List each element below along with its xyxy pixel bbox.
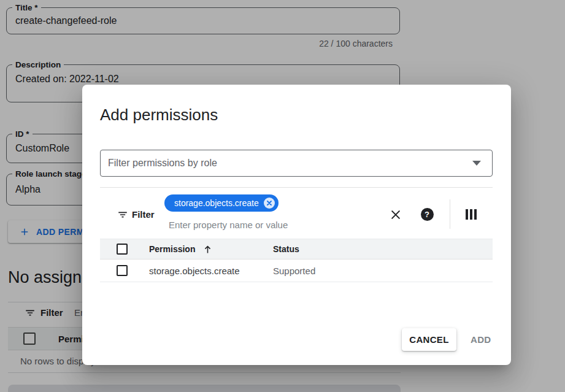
permission-column-header[interactable]: Permission	[149, 239, 195, 259]
close-icon	[390, 209, 402, 221]
permission-table-row[interactable]: storage.objects.create Supported	[100, 260, 493, 282]
divider	[450, 199, 450, 229]
dialog-filter-input[interactable]: Enter property name or value	[169, 220, 288, 230]
filter-icon	[117, 209, 128, 220]
sort-ascending-icon[interactable]	[202, 244, 213, 255]
divider	[100, 187, 493, 188]
help-icon: ?	[421, 208, 434, 221]
status-column-header[interactable]: Status	[273, 239, 299, 259]
add-button[interactable]: ADD	[471, 328, 491, 351]
row-checkbox[interactable]	[117, 265, 128, 276]
row-permission-cell: storage.objects.create	[149, 260, 240, 282]
column-display-button[interactable]	[464, 207, 479, 221]
filter-chip-text: storage.objects.create	[174, 198, 259, 208]
filter-by-role-placeholder: Filter permissions by role	[108, 158, 217, 169]
select-all-checkbox[interactable]	[117, 244, 128, 255]
row-status-cell: Supported	[273, 260, 315, 282]
dialog-filter-label: Filter	[132, 209, 155, 220]
dialog-title: Add permissions	[100, 106, 218, 125]
add-permissions-dialog: Add permissions Filter permissions by ro…	[82, 85, 511, 365]
dialog-table-header: Permission Status	[100, 239, 493, 259]
chip-close-icon[interactable]	[264, 198, 275, 209]
columns-icon	[466, 209, 477, 220]
cancel-button[interactable]: CANCEL	[402, 328, 456, 351]
clear-filters-button[interactable]	[389, 208, 402, 221]
help-button[interactable]: ?	[420, 207, 434, 221]
chevron-down-icon	[472, 161, 481, 166]
filter-chip[interactable]: storage.objects.create	[164, 194, 279, 212]
create-role-page: Title * create-changefeed-role 22 / 100 …	[0, 0, 565, 392]
filter-by-role-dropdown[interactable]: Filter permissions by role	[100, 150, 493, 177]
help-glyph: ?	[425, 210, 429, 219]
